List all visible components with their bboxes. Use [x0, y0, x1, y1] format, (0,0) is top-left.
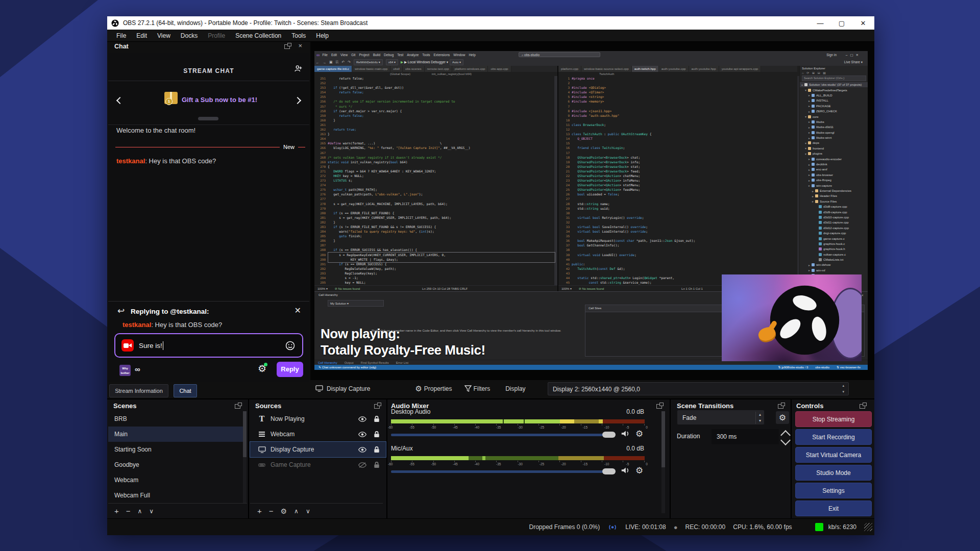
solution-tree-item[interactable]: graphics-hook.h	[800, 246, 868, 252]
vs-editor-tab[interactable]: obsll	[390, 66, 403, 72]
dock-tab-chat[interactable]: Chat	[174, 384, 197, 397]
source-up-button[interactable]: ∧	[294, 508, 299, 515]
vs-editor-tab[interactable]: platform-windows.cpp	[452, 66, 488, 72]
solution-tree-item[interactable]: ▸libobs-winrt	[800, 135, 868, 140]
menu-help[interactable]: Help	[311, 32, 334, 39]
chat-dock-header[interactable]: Chat ×	[107, 42, 310, 52]
solution-tree-item[interactable]: ▸Source Files	[800, 199, 868, 204]
scene-row[interactable]: Goodbye	[108, 457, 243, 472]
vs-panel-tab[interactable]: Call Hierarchy	[318, 361, 337, 364]
vs-editor-tab[interactable]: window-basic-source-select.cpp	[581, 66, 632, 72]
vs-editor-tab[interactable]: window-basic-main.cpp	[352, 66, 390, 72]
solution-tree-item[interactable]: ▸obs-browser	[800, 172, 868, 178]
mixer-float-icon[interactable]	[656, 404, 662, 409]
solution-tree-item[interactable]: ▸libobs	[800, 119, 868, 124]
scene-row[interactable]: Starting Soon	[108, 442, 243, 457]
community-users-icon[interactable]	[294, 65, 303, 72]
dock-tab-stream-information[interactable]: Stream Information	[109, 384, 168, 397]
solution-tree-item[interactable]: CMakeLists.txt	[800, 257, 868, 262]
filters-icon[interactable]	[464, 385, 472, 392]
reply-close-icon[interactable]: ✕	[295, 306, 301, 315]
eye-icon[interactable]	[358, 432, 366, 437]
vs-editor-tab[interactable]: auth-youtube.cpp	[659, 66, 689, 72]
lock-icon[interactable]	[374, 446, 380, 453]
mixer-gear-icon[interactable]: ⚙	[635, 429, 643, 439]
properties-gear-icon[interactable]: ⚙	[415, 384, 422, 393]
solution-tree-item[interactable]: ▸PACKAGE	[800, 104, 868, 109]
solution-tree-item[interactable]: d3d11-capture.cpp	[800, 220, 868, 225]
solution-tree-item[interactable]: ▸enc-amf	[800, 167, 868, 172]
vs-editor-tab[interactable]: obs-scenes	[403, 66, 425, 72]
resize-grip[interactable]	[864, 523, 872, 531]
vs-solution-explorer[interactable]: Solution Explorer ⌂ ⟳ ⊞ ⊟ ▤ Search Solut…	[799, 66, 868, 291]
solution-tree-item[interactable]: ▸win-mf	[800, 268, 868, 273]
menu-scene-collection[interactable]: Scene Collection	[230, 32, 286, 39]
lock-icon[interactable]	[374, 461, 380, 468]
source-down-button[interactable]: ∨	[306, 508, 310, 515]
vs-editor-tab[interactable]: auth-twitch.hpp	[632, 66, 659, 72]
controls-float-icon[interactable]	[860, 404, 865, 409]
volume-slider-handle[interactable]	[602, 468, 616, 474]
transitions-float-icon[interactable]	[778, 404, 783, 409]
sources-float-icon[interactable]	[374, 404, 380, 409]
solution-tree-item[interactable]: d3d10-capture.cpp	[800, 215, 868, 220]
solution-tree-item[interactable]: dxgi-capture.cpp	[800, 231, 868, 236]
solution-tree-item[interactable]: ▸libobs-opengl	[800, 130, 868, 135]
solution-tree-item[interactable]: ▸ALL_BUILD	[800, 93, 868, 98]
banner-prev-icon[interactable]	[116, 97, 124, 104]
solution-tree-item[interactable]: ▾CMakePredefinedTargets	[800, 87, 868, 92]
menu-edit[interactable]: Edit	[131, 32, 152, 39]
solution-tree-item[interactable]: ▸obs-ffmpeg	[800, 178, 868, 183]
eye-off-icon[interactable]	[358, 462, 366, 468]
lock-icon[interactable]	[374, 415, 380, 422]
emote-picker-icon[interactable]	[285, 341, 295, 350]
banner-next-icon[interactable]	[294, 97, 301, 104]
source-row[interactable]: Display Capture	[250, 442, 386, 457]
solution-tree-item[interactable]: ▾plugins	[800, 151, 868, 156]
exit-button[interactable]: Exit	[795, 500, 872, 516]
scene-row[interactable]: Webcam	[108, 472, 243, 488]
channel-points-badge[interactable]: Why bother	[119, 365, 131, 376]
mixer-scrollbar[interactable]	[662, 411, 665, 513]
scenes-scrollbar[interactable]	[243, 411, 247, 503]
sources-toolbar[interactable]: + − ⚙ ∧ ∨	[257, 507, 317, 515]
mixer-gear-icon[interactable]: ⚙	[635, 465, 643, 476]
vs-panel-tab[interactable]: Error List	[396, 361, 408, 364]
volume-slider[interactable]	[391, 470, 605, 473]
menu-tools[interactable]: Tools	[286, 32, 311, 39]
solution-tree-item[interactable]: ▸External Dependencies	[800, 188, 868, 193]
filters-button[interactable]: Filters	[474, 385, 491, 392]
add-scene-button[interactable]: +	[114, 507, 119, 515]
eye-icon[interactable]	[358, 447, 366, 453]
vs-code-right[interactable]: #pragma once#include <QDialog>#include <…	[572, 76, 797, 285]
mute-speaker-icon[interactable]	[621, 466, 630, 474]
source-row[interactable]: Webcam	[250, 427, 386, 442]
solution-tree-item[interactable]: graphics-hook.c	[800, 241, 868, 246]
solution-tree-item[interactable]: ▾frontend	[800, 146, 868, 151]
window-titlebar[interactable]: OBS 27.2.1 (64-bit, windows) - Portable …	[107, 16, 874, 30]
solution-tree-item[interactable]: ▸win-capture	[800, 183, 868, 188]
scenes-float-icon[interactable]	[235, 404, 240, 409]
scene-row[interactable]: Webcam Full	[108, 488, 243, 503]
source-row[interactable]: TNow Playing	[250, 411, 386, 427]
vs-editor-tab[interactable]: youtube-api-wrappers.cpp	[719, 66, 762, 72]
source-row[interactable]: Game Capture	[250, 457, 386, 472]
studio-mode-button[interactable]: Studio Mode	[795, 465, 872, 481]
vs-panel-tab[interactable]: Find Symbol Results	[361, 361, 389, 364]
stop-streaming-button[interactable]: Stop Streaming	[795, 411, 872, 427]
vs-editor-tab[interactable]: platform.cpp	[558, 66, 581, 72]
solution-tree-item[interactable]: ▾deps	[800, 140, 868, 145]
lock-icon[interactable]	[374, 431, 380, 438]
chat-settings-gear-icon[interactable]: ⚙	[258, 363, 266, 374]
volume-slider-handle[interactable]	[602, 432, 616, 438]
properties-button[interactable]: Properties	[424, 385, 452, 392]
transition-select[interactable]: Fade▴▾	[677, 410, 765, 425]
solution-tree-item[interactable]: ▸ZERO_CHECK	[800, 109, 868, 114]
remove-scene-button[interactable]: −	[126, 507, 131, 515]
solution-tree-item[interactable]: ▸INSTALL	[800, 98, 868, 103]
vs-editor-tab[interactable]: game-capture-file-init.c	[314, 66, 352, 72]
dock-float-icon[interactable]	[284, 44, 290, 49]
vs-editor-tab[interactable]: auth-youtube.hpp	[689, 66, 719, 72]
scene-row[interactable]: Main	[108, 427, 243, 442]
mute-speaker-icon[interactable]	[621, 430, 630, 438]
